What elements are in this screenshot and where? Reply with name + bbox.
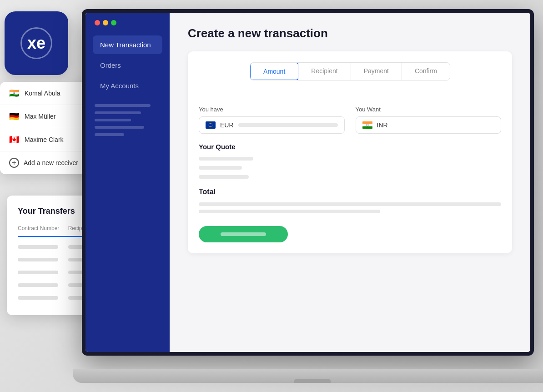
tab-bar: Amount Recipient Payment Confirm	[250, 62, 450, 80]
traffic-lights	[95, 20, 116, 25]
svg-point-5	[211, 126, 212, 127]
total-line-1	[199, 202, 501, 206]
you-want-label: You Want	[356, 106, 502, 113]
svg-rect-11	[362, 124, 372, 126]
sidebar-line	[95, 111, 141, 114]
tab-container: Amount Recipient Payment Confirm	[199, 62, 501, 93]
sidebar-line	[95, 133, 124, 136]
continue-btn-inner	[221, 232, 266, 236]
laptop-screen-inner: New Transaction Orders My Accounts	[85, 13, 530, 352]
svg-rect-10	[362, 121, 372, 124]
tab-amount-label: Amount	[263, 68, 285, 75]
contract-cell	[18, 296, 58, 300]
quote-line-2	[199, 166, 242, 170]
to-currency-code: INR	[377, 121, 388, 129]
contract-cell	[18, 258, 58, 261]
page-title: Create a new transaction	[188, 26, 512, 40]
transaction-card: Amount Recipient Payment Confirm	[188, 51, 512, 253]
tab-payment-label: Payment	[364, 67, 389, 75]
sidebar-item-my-accounts[interactable]: My Accounts	[93, 76, 162, 95]
svg-point-2	[210, 123, 211, 124]
contract-cell	[18, 271, 58, 274]
laptop-notch	[294, 379, 331, 383]
contract-cell	[18, 283, 58, 287]
total-section: Total	[199, 188, 501, 213]
sidebar-nav: New Transaction Orders My Accounts	[85, 35, 170, 95]
col-header-contract: Contract Number	[18, 225, 68, 231]
sidebar-line	[95, 119, 131, 121]
sidebar-item-new-transaction[interactable]: New Transaction	[93, 35, 162, 54]
traffic-light-red[interactable]	[95, 20, 100, 25]
traffic-light-green[interactable]	[111, 20, 116, 25]
svg-point-4	[212, 125, 213, 126]
main-content: Create a new transaction Amount Recipien…	[170, 13, 530, 352]
amount-input-placeholder[interactable]	[238, 123, 338, 127]
quote-line-1	[199, 157, 253, 161]
tab-recipient[interactable]: Recipient	[298, 63, 351, 80]
you-have-label: You have	[199, 106, 345, 113]
tab-recipient-label: Recipient	[311, 67, 337, 75]
add-icon: +	[9, 158, 19, 168]
laptop-base	[73, 369, 543, 383]
quote-section: Your Quote	[199, 143, 501, 179]
sidebar-item-label-1: Orders	[100, 61, 121, 69]
total-line-2	[199, 210, 380, 213]
from-currency-code: EUR	[220, 121, 234, 129]
sidebar-item-label-0: New Transaction	[100, 41, 151, 49]
laptop-screen: New Transaction Orders My Accounts	[82, 9, 534, 356]
xe-logo-text: xe	[27, 34, 45, 53]
total-label: Total	[199, 188, 501, 196]
tab-confirm[interactable]: Confirm	[402, 63, 450, 80]
svg-rect-0	[206, 121, 216, 129]
xe-logo: xe	[20, 27, 52, 59]
xe-logo-card: xe	[5, 11, 68, 75]
svg-rect-12	[362, 126, 372, 129]
flag-germany: 🇩🇪	[9, 111, 20, 121]
sidebar-item-label-2: My Accounts	[100, 82, 139, 90]
flag-india: 🇮🇳	[9, 88, 20, 98]
transfers-title: Your Transfers	[18, 206, 75, 216]
quote-title: Your Quote	[199, 143, 501, 151]
add-receiver-label: Add a new receiver	[24, 159, 78, 166]
from-flag	[206, 121, 216, 129]
receiver-name-3: Maxime Clark	[25, 136, 88, 143]
you-have-group: You have	[199, 106, 345, 134]
tab-amount[interactable]: Amount	[250, 62, 299, 80]
svg-point-7	[209, 126, 210, 127]
tab-confirm-label: Confirm	[415, 67, 437, 75]
to-flag	[362, 121, 372, 129]
svg-point-6	[210, 126, 211, 127]
you-want-group: You Want	[356, 106, 502, 134]
sidebar-line	[95, 126, 144, 129]
sidebar: New Transaction Orders My Accounts	[85, 13, 170, 352]
svg-point-3	[211, 123, 212, 124]
quote-line-3	[199, 175, 249, 179]
svg-point-9	[209, 123, 210, 124]
traffic-light-yellow[interactable]	[103, 20, 108, 25]
continue-button[interactable]	[199, 226, 288, 242]
laptop-frame: New Transaction Orders My Accounts	[82, 9, 543, 383]
receiver-name-2: Max Müller	[25, 113, 85, 120]
sidebar-line	[95, 104, 151, 107]
sidebar-item-orders[interactable]: Orders	[93, 56, 162, 75]
sidebar-lines	[85, 104, 170, 136]
flag-canada: 🇨🇦	[9, 135, 20, 145]
svg-point-8	[209, 125, 210, 126]
contract-cell	[18, 245, 58, 249]
tab-payment[interactable]: Payment	[351, 63, 402, 80]
currency-form-row: You have	[199, 106, 501, 134]
